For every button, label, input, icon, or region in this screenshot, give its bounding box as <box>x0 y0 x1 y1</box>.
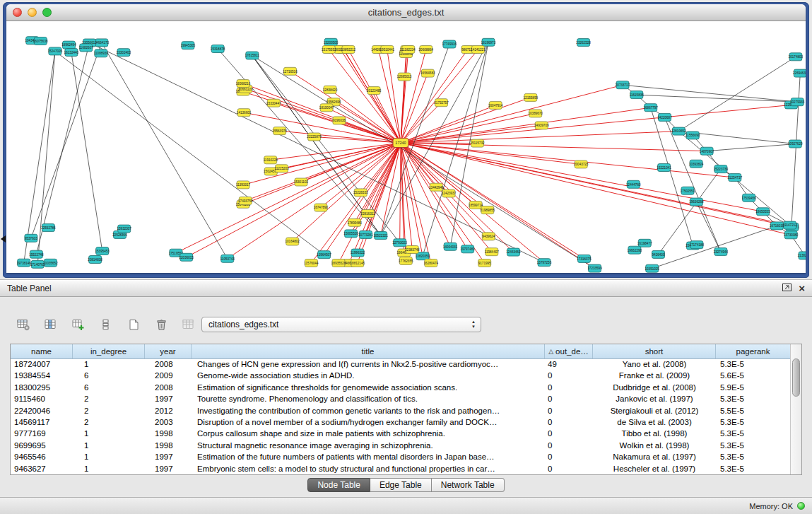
svg-text:20043723: 20043723 <box>574 163 589 166</box>
network-graph[interactable]: 1108893014664173189624942305661310434612… <box>6 21 806 273</box>
table-cell: 0 <box>545 440 593 451</box>
table-cell: 2008 <box>145 382 192 393</box>
svg-text:11910228: 11910228 <box>264 158 278 162</box>
svg-text:14870907: 14870907 <box>700 150 714 153</box>
table-cell: 2003 <box>145 416 192 428</box>
svg-text:15395453: 15395453 <box>95 250 110 253</box>
table-cell: 2009 <box>145 370 192 381</box>
close-panel-icon[interactable]: × <box>799 280 805 297</box>
table-panel-title: Table Panel <box>7 284 52 293</box>
add-column-icon[interactable] <box>69 316 88 333</box>
table-cell: 1998 <box>145 428 192 439</box>
svg-text:20123485: 20123485 <box>367 89 382 93</box>
table-cell: 0 <box>545 405 593 416</box>
column-header-in-degree[interactable]: in_degree <box>73 344 145 358</box>
dropdown-arrows-icon: ▲▼ <box>471 320 476 329</box>
svg-text:20608864: 20608864 <box>419 48 434 52</box>
svg-text:12838420: 12838420 <box>323 88 338 92</box>
memory-status-indicator[interactable] <box>797 502 805 510</box>
import-table-icon[interactable] <box>180 316 198 333</box>
table-cell: Disruption of a novel member of a sodium… <box>192 416 545 428</box>
table-cell: 22420046 <box>11 405 73 416</box>
svg-text:13820350: 13820350 <box>416 255 430 258</box>
tab-node-table[interactable]: Node Table <box>307 478 370 492</box>
table-cell: 9463627 <box>11 463 73 474</box>
window-titlebar[interactable]: citations_edges.txt <box>6 4 806 21</box>
table-row[interactable]: 911546021997Tourette syndrome. Phenomeno… <box>11 393 791 404</box>
scrollbar-thumb[interactable] <box>792 358 800 397</box>
row-height-icon[interactable] <box>97 316 115 333</box>
table-cell: de Silva et al. (2003) <box>593 416 716 428</box>
svg-text:11556690: 11556690 <box>686 134 700 137</box>
table-row[interactable]: 1456911722003Disruption of a novel membe… <box>11 416 791 428</box>
svg-text:15301102: 15301102 <box>294 180 309 184</box>
table-vertical-scrollbar[interactable] <box>790 344 801 474</box>
svg-text:17493758: 17493758 <box>238 199 253 203</box>
table-cell: 1 <box>73 440 145 451</box>
svg-text:11576044: 11576044 <box>304 262 319 265</box>
table-cell: 1 <box>73 358 145 370</box>
svg-text:22694638: 22694638 <box>793 71 806 75</box>
svg-text:21382709: 21382709 <box>798 254 806 257</box>
svg-text:15175552: 15175552 <box>322 48 336 52</box>
node-table: name in_degree year title △out_de… short… <box>10 344 802 475</box>
table-cell: 1997 <box>145 451 192 462</box>
table-cell: 5.3E-5 <box>716 440 791 451</box>
svg-text:9426430: 9426430 <box>652 253 665 257</box>
table-cell: 49 <box>545 358 593 370</box>
table-row[interactable]: 2242004622012Investigating the contribut… <box>11 405 791 416</box>
table-cell: 1 <box>73 428 145 439</box>
table-row[interactable]: 977716911998Corpus callosum shape and si… <box>11 428 791 439</box>
table-row[interactable]: 1938455462009Genome-wide association stu… <box>11 370 791 381</box>
svg-text:23262528: 23262528 <box>576 41 591 45</box>
column-header-title[interactable]: title <box>192 344 545 358</box>
new-table-icon[interactable] <box>124 316 143 333</box>
column-header-year[interactable]: year <box>145 344 192 358</box>
minimize-window-button[interactable] <box>28 8 37 17</box>
svg-text:17899483: 17899483 <box>347 221 362 225</box>
column-header-out-degree[interactable]: △out_de… <box>545 344 593 358</box>
table-cell: 1 <box>73 451 145 462</box>
table-cell: Estimation of the future numbers of pati… <box>192 451 545 462</box>
table-settings-icon[interactable] <box>14 316 33 333</box>
svg-text:10892212: 10892212 <box>341 48 356 52</box>
svg-text:9537603: 9537603 <box>25 237 37 240</box>
table-cell: 0 <box>545 416 593 428</box>
svg-text:16716030: 16716030 <box>770 224 784 228</box>
table-row[interactable]: 946362711997Embryonic stem cells: a mode… <box>11 463 791 474</box>
svg-text:19945305: 19945305 <box>181 44 196 47</box>
table-row[interactable]: 946554611997Estimation of the future num… <box>11 451 791 462</box>
network-canvas[interactable]: 1108893014664173189624942305661310434612… <box>6 21 806 273</box>
memory-status-label: Memory: OK <box>749 502 793 510</box>
table-source-dropdown[interactable]: citations_edges.txt ▲▼ <box>201 317 481 332</box>
column-header-short[interactable]: short <box>593 344 716 358</box>
svg-text:18812145: 18812145 <box>351 262 365 265</box>
table-cell: 0 <box>545 370 593 381</box>
tab-network-table[interactable]: Network Table <box>432 478 505 492</box>
svg-text:10351025: 10351025 <box>645 267 659 271</box>
table-cell: 5.5E-5 <box>716 405 791 416</box>
svg-text:11393317: 11393317 <box>236 183 251 187</box>
close-window-button[interactable] <box>13 8 22 17</box>
svg-text:12155899: 12155899 <box>524 96 539 100</box>
svg-text:16747890: 16747890 <box>314 206 329 209</box>
delete-table-icon[interactable] <box>152 316 170 333</box>
panel-collapse-arrow[interactable] <box>1 235 6 243</box>
svg-text:19797481: 19797481 <box>460 247 475 251</box>
table-row[interactable]: 969969511998Structural magnetic resonanc… <box>11 440 791 451</box>
svg-text:14136601: 14136601 <box>237 111 252 115</box>
table-row[interactable]: 1830029562008Estimation of significance … <box>11 382 791 393</box>
svg-text:11615836: 11615836 <box>630 93 645 97</box>
show-columns-icon[interactable] <box>42 316 60 333</box>
tab-edge-table[interactable]: Edge Table <box>370 478 432 492</box>
table-cell: 0 <box>545 428 593 439</box>
column-header-name[interactable]: name <box>11 344 73 358</box>
svg-text:22592786: 22592786 <box>41 226 56 230</box>
table-row[interactable]: 1872400712008Changes of HCN gene express… <box>11 358 791 370</box>
column-header-pagerank[interactable]: pagerank <box>716 344 791 358</box>
table-cell: 1 <box>73 463 145 474</box>
float-panel-icon[interactable] <box>782 280 792 297</box>
table-cell: 9465546 <box>11 451 73 462</box>
table-cell: 2 <box>73 393 145 404</box>
zoom-window-button[interactable] <box>42 8 52 17</box>
